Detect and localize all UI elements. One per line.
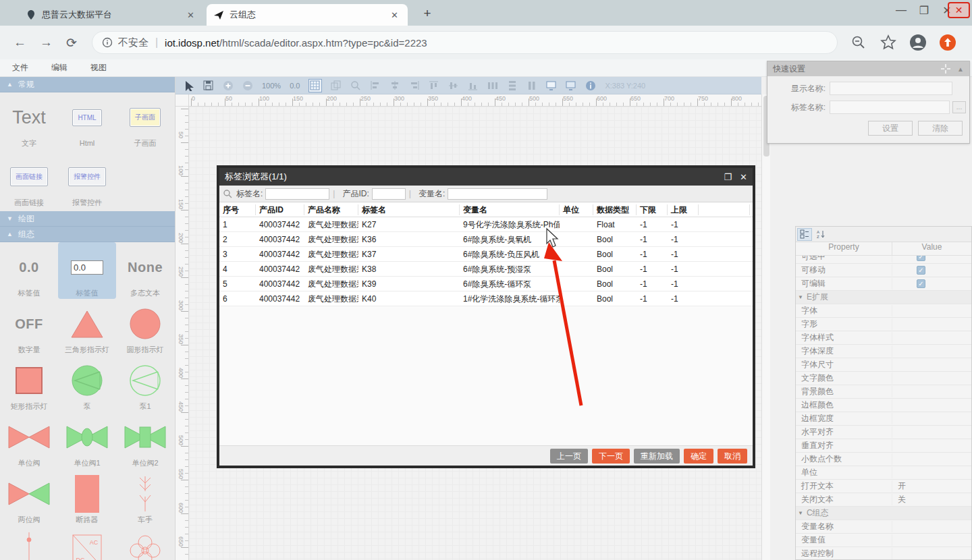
palette-item-valve-red[interactable]: 单位阀 bbox=[0, 412, 58, 469]
property-row[interactable]: 边框颜色 bbox=[796, 399, 971, 412]
palette-item-pump[interactable]: 泵 bbox=[58, 356, 116, 412]
tab-close-icon[interactable]: ✕ bbox=[388, 9, 401, 22]
column-header[interactable]: 标签名 bbox=[358, 204, 460, 215]
checkbox-icon[interactable]: ✓ bbox=[917, 256, 925, 261]
property-value[interactable]: 开 bbox=[892, 480, 971, 492]
display-name-input[interactable] bbox=[830, 82, 952, 95]
canvas-scrollbar[interactable] bbox=[761, 94, 770, 560]
palette-item-square[interactable]: 矩形指示灯 bbox=[0, 356, 58, 412]
column-header[interactable]: 产品名称 bbox=[304, 204, 358, 215]
section-header-general[interactable]: ▲常规 bbox=[0, 77, 175, 92]
column-header[interactable]: 单位 bbox=[560, 204, 593, 215]
property-row[interactable]: 变量值 bbox=[796, 534, 971, 547]
quick-settings-header[interactable]: 快速设置 ▲ bbox=[767, 61, 969, 76]
palette-item-rt[interactable]: RT bbox=[116, 526, 174, 560]
pager-button[interactable]: 上一页 bbox=[550, 449, 588, 464]
column-header[interactable]: 序号 bbox=[219, 204, 256, 215]
property-row[interactable]: 文字颜色 bbox=[796, 372, 971, 385]
palette-item-triangle[interactable]: 三角形指示灯 bbox=[58, 299, 116, 356]
palette-item-button[interactable]: HTMLHtml bbox=[58, 92, 116, 152]
varname-filter-input[interactable] bbox=[448, 188, 547, 200]
apply-button[interactable]: 设置 bbox=[868, 121, 913, 136]
property-value[interactable]: ✓ bbox=[892, 256, 971, 261]
menu-item-0[interactable]: 文件 bbox=[12, 62, 39, 74]
palette-item-valve-green-ellipse[interactable]: 单位阀1 bbox=[58, 412, 116, 469]
screen2-icon[interactable] bbox=[566, 80, 576, 91]
tab-close-icon[interactable]: ✕ bbox=[184, 9, 197, 22]
categorize-icon[interactable] bbox=[797, 228, 812, 241]
sort-az-icon[interactable]: AZ bbox=[813, 228, 828, 241]
zoom-in-icon[interactable] bbox=[223, 80, 234, 91]
property-row[interactable]: 打开文本开 bbox=[796, 480, 971, 493]
table-row[interactable]: 3400037442废气处理数据采K376#除臭系统-负压风机Bool-1-1 bbox=[219, 247, 753, 262]
screen-icon[interactable] bbox=[546, 80, 557, 91]
property-row[interactable]: 单位 bbox=[796, 466, 971, 480]
tab-cloud-scada[interactable]: 云组态 ✕ bbox=[207, 4, 408, 26]
table-row[interactable]: 6400037442废气处理数据采K401#化学洗涤除臭系统-循环泵Bool-1… bbox=[219, 291, 753, 306]
table-row[interactable]: 4400037442废气处理数据采K386#除臭系统-预湿泵Bool-1-1 bbox=[219, 262, 753, 277]
window-restore-button[interactable]: ❐ bbox=[913, 0, 936, 20]
property-row[interactable]: ▼E扩展 bbox=[796, 291, 971, 304]
info-icon[interactable] bbox=[585, 80, 596, 91]
column-header[interactable]: 产品ID bbox=[256, 204, 304, 215]
productid-filter-input[interactable] bbox=[372, 188, 406, 200]
browser-update-icon[interactable] bbox=[939, 34, 956, 51]
palette-item-valve-two[interactable]: 两位阀 bbox=[0, 469, 58, 526]
clear-button[interactable]: 清除 bbox=[918, 121, 963, 136]
palette-item-pump-outline[interactable]: 泵1 bbox=[116, 356, 174, 412]
property-row[interactable]: 边框宽度 bbox=[796, 412, 971, 426]
bookmark-star-icon[interactable] bbox=[880, 34, 897, 51]
url-omnibox[interactable]: 不安全 | iot.idosp.net/html/scada/editor.as… bbox=[92, 31, 838, 54]
section-header-scada[interactable]: ▲组态 bbox=[0, 227, 175, 242]
confirm-button[interactable]: 确定 bbox=[684, 449, 713, 464]
palette-item-text-lg[interactable]: Text文字 bbox=[0, 92, 58, 152]
column-header[interactable]: 数据类型 bbox=[593, 204, 637, 215]
back-icon[interactable]: ← bbox=[14, 35, 26, 50]
modal-title-bar[interactable]: 标签浏览器(1/1) ❐ ✕ bbox=[219, 168, 753, 186]
property-row[interactable]: 字形 bbox=[796, 318, 971, 331]
grid-icon[interactable] bbox=[308, 79, 322, 92]
palette-item-tagval-box[interactable]: 0.0标签值 bbox=[58, 242, 116, 299]
palette-item-button[interactable]: 报警控件报警控件 bbox=[58, 152, 116, 211]
property-value[interactable]: 关 bbox=[892, 494, 971, 505]
cursor-icon[interactable] bbox=[184, 80, 194, 91]
palette-item-knife[interactable]: 刀闸 bbox=[0, 526, 58, 560]
property-row[interactable]: 水平对齐 bbox=[796, 426, 971, 439]
pager-button[interactable]: 重新加载 bbox=[634, 449, 680, 464]
palette-item-button[interactable]: 画面链接画面链接 bbox=[0, 152, 58, 211]
group-arrow-icon[interactable]: ▼ bbox=[798, 510, 803, 516]
property-row[interactable]: 背景颜色 bbox=[796, 385, 971, 399]
cancel-button[interactable]: 取消 bbox=[718, 449, 747, 464]
table-row[interactable]: 1400037442废气处理数据采K279号化学洗涤除臭系统-Ph值Float-… bbox=[219, 217, 753, 232]
collapse-arrow-icon[interactable]: ▲ bbox=[957, 65, 964, 73]
window-minimize-button[interactable]: — bbox=[890, 0, 913, 20]
palette-item-button-yellow[interactable]: 子画面子画面 bbox=[116, 92, 174, 152]
reload-icon[interactable]: ⟳ bbox=[66, 35, 77, 51]
property-row[interactable]: 小数点个数 bbox=[796, 453, 971, 466]
zoom-out-page-icon[interactable] bbox=[850, 34, 867, 51]
tag-name-input[interactable] bbox=[830, 101, 950, 114]
property-row[interactable]: ▼C组态 bbox=[796, 507, 971, 520]
property-row[interactable]: 远程控制 bbox=[796, 547, 971, 560]
property-row[interactable]: 垂直对齐 bbox=[796, 439, 971, 453]
property-value[interactable]: ✓ bbox=[892, 266, 971, 275]
close-icon[interactable]: ✕ bbox=[740, 172, 747, 182]
palette-item-text-md[interactable]: None多态文本 bbox=[116, 242, 174, 299]
table-row[interactable]: 2400037442废气处理数据采K366#除臭系统-臭氧机Bool-1-1 bbox=[219, 232, 753, 247]
property-row[interactable]: 字体深度 bbox=[796, 345, 971, 358]
palette-item-breaker[interactable]: 断路器 bbox=[58, 469, 116, 526]
property-row[interactable]: 变量名称 bbox=[796, 520, 971, 534]
property-row[interactable]: 字体尺寸 bbox=[796, 358, 971, 372]
profile-avatar-icon[interactable] bbox=[909, 34, 927, 51]
property-row[interactable]: 字体样式 bbox=[796, 331, 971, 345]
tab-siliconcloud[interactable]: 思普云大数据平台 ✕ bbox=[19, 4, 204, 26]
palette-item-circle[interactable]: 圆形指示灯 bbox=[116, 299, 174, 356]
save-icon[interactable] bbox=[203, 80, 214, 91]
tag-browse-button[interactable]: ... bbox=[952, 101, 966, 113]
forward-icon[interactable]: → bbox=[40, 35, 53, 50]
palette-item-text-md[interactable]: 0.0标签值 bbox=[0, 242, 58, 299]
tagname-filter-input[interactable] bbox=[265, 188, 329, 200]
group-arrow-icon[interactable]: ▼ bbox=[798, 294, 803, 300]
dock-icon[interactable] bbox=[941, 64, 950, 74]
palette-item-driver[interactable]: 车手 bbox=[116, 469, 174, 526]
